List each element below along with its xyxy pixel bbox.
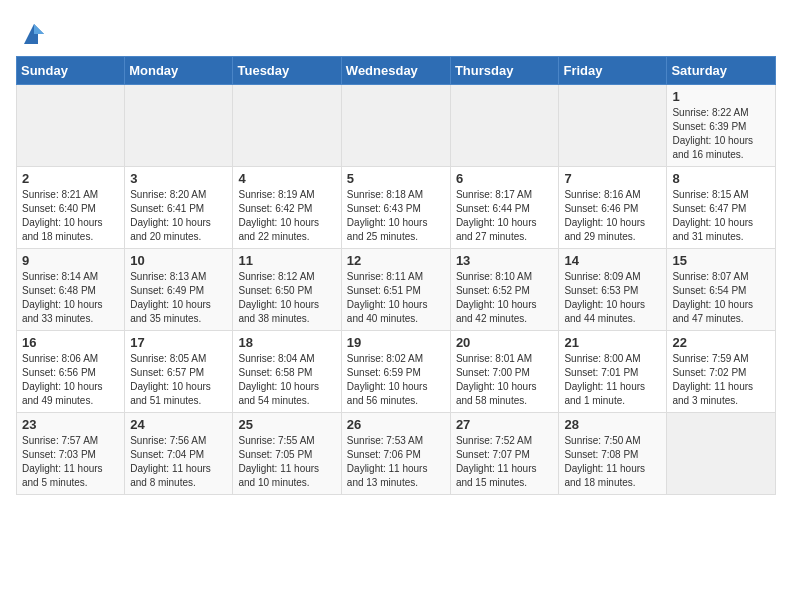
day-info: Sunrise: 8:04 AM Sunset: 6:58 PM Dayligh… xyxy=(238,352,335,408)
day-info: Sunrise: 8:19 AM Sunset: 6:42 PM Dayligh… xyxy=(238,188,335,244)
calendar-cell: 5Sunrise: 8:18 AM Sunset: 6:43 PM Daylig… xyxy=(341,167,450,249)
day-number: 5 xyxy=(347,171,445,186)
calendar-cell: 12Sunrise: 8:11 AM Sunset: 6:51 PM Dayli… xyxy=(341,249,450,331)
weekday-header-monday: Monday xyxy=(125,57,233,85)
day-info: Sunrise: 8:00 AM Sunset: 7:01 PM Dayligh… xyxy=(564,352,661,408)
calendar-cell xyxy=(667,413,776,495)
day-info: Sunrise: 8:18 AM Sunset: 6:43 PM Dayligh… xyxy=(347,188,445,244)
calendar-cell xyxy=(125,85,233,167)
logo-icon xyxy=(20,20,48,48)
calendar-cell: 4Sunrise: 8:19 AM Sunset: 6:42 PM Daylig… xyxy=(233,167,341,249)
weekday-header-row: SundayMondayTuesdayWednesdayThursdayFrid… xyxy=(17,57,776,85)
calendar-cell: 13Sunrise: 8:10 AM Sunset: 6:52 PM Dayli… xyxy=(450,249,559,331)
day-info: Sunrise: 8:15 AM Sunset: 6:47 PM Dayligh… xyxy=(672,188,770,244)
calendar-cell: 22Sunrise: 7:59 AM Sunset: 7:02 PM Dayli… xyxy=(667,331,776,413)
day-info: Sunrise: 8:20 AM Sunset: 6:41 PM Dayligh… xyxy=(130,188,227,244)
weekday-header-saturday: Saturday xyxy=(667,57,776,85)
day-info: Sunrise: 8:12 AM Sunset: 6:50 PM Dayligh… xyxy=(238,270,335,326)
calendar-cell xyxy=(341,85,450,167)
day-info: Sunrise: 8:06 AM Sunset: 6:56 PM Dayligh… xyxy=(22,352,119,408)
day-info: Sunrise: 8:02 AM Sunset: 6:59 PM Dayligh… xyxy=(347,352,445,408)
day-info: Sunrise: 8:07 AM Sunset: 6:54 PM Dayligh… xyxy=(672,270,770,326)
calendar-week-row: 16Sunrise: 8:06 AM Sunset: 6:56 PM Dayli… xyxy=(17,331,776,413)
calendar-week-row: 2Sunrise: 8:21 AM Sunset: 6:40 PM Daylig… xyxy=(17,167,776,249)
day-info: Sunrise: 8:10 AM Sunset: 6:52 PM Dayligh… xyxy=(456,270,554,326)
calendar-cell: 20Sunrise: 8:01 AM Sunset: 7:00 PM Dayli… xyxy=(450,331,559,413)
calendar-table: SundayMondayTuesdayWednesdayThursdayFrid… xyxy=(16,56,776,495)
weekday-header-wednesday: Wednesday xyxy=(341,57,450,85)
calendar-cell xyxy=(233,85,341,167)
day-info: Sunrise: 8:14 AM Sunset: 6:48 PM Dayligh… xyxy=(22,270,119,326)
day-info: Sunrise: 7:56 AM Sunset: 7:04 PM Dayligh… xyxy=(130,434,227,490)
calendar-cell: 16Sunrise: 8:06 AM Sunset: 6:56 PM Dayli… xyxy=(17,331,125,413)
calendar-week-row: 1Sunrise: 8:22 AM Sunset: 6:39 PM Daylig… xyxy=(17,85,776,167)
calendar-cell: 23Sunrise: 7:57 AM Sunset: 7:03 PM Dayli… xyxy=(17,413,125,495)
weekday-header-sunday: Sunday xyxy=(17,57,125,85)
day-number: 9 xyxy=(22,253,119,268)
calendar-cell: 17Sunrise: 8:05 AM Sunset: 6:57 PM Dayli… xyxy=(125,331,233,413)
day-info: Sunrise: 8:09 AM Sunset: 6:53 PM Dayligh… xyxy=(564,270,661,326)
calendar-cell: 6Sunrise: 8:17 AM Sunset: 6:44 PM Daylig… xyxy=(450,167,559,249)
day-number: 23 xyxy=(22,417,119,432)
day-number: 10 xyxy=(130,253,227,268)
day-number: 11 xyxy=(238,253,335,268)
day-number: 13 xyxy=(456,253,554,268)
day-number: 25 xyxy=(238,417,335,432)
calendar-cell: 28Sunrise: 7:50 AM Sunset: 7:08 PM Dayli… xyxy=(559,413,667,495)
calendar-cell: 7Sunrise: 8:16 AM Sunset: 6:46 PM Daylig… xyxy=(559,167,667,249)
day-info: Sunrise: 8:11 AM Sunset: 6:51 PM Dayligh… xyxy=(347,270,445,326)
day-number: 4 xyxy=(238,171,335,186)
day-number: 15 xyxy=(672,253,770,268)
weekday-header-tuesday: Tuesday xyxy=(233,57,341,85)
day-number: 26 xyxy=(347,417,445,432)
day-number: 14 xyxy=(564,253,661,268)
weekday-header-thursday: Thursday xyxy=(450,57,559,85)
day-info: Sunrise: 7:52 AM Sunset: 7:07 PM Dayligh… xyxy=(456,434,554,490)
day-info: Sunrise: 8:21 AM Sunset: 6:40 PM Dayligh… xyxy=(22,188,119,244)
day-number: 20 xyxy=(456,335,554,350)
calendar-cell: 1Sunrise: 8:22 AM Sunset: 6:39 PM Daylig… xyxy=(667,85,776,167)
day-number: 27 xyxy=(456,417,554,432)
calendar-week-row: 9Sunrise: 8:14 AM Sunset: 6:48 PM Daylig… xyxy=(17,249,776,331)
calendar-week-row: 23Sunrise: 7:57 AM Sunset: 7:03 PM Dayli… xyxy=(17,413,776,495)
day-number: 18 xyxy=(238,335,335,350)
calendar-cell: 19Sunrise: 8:02 AM Sunset: 6:59 PM Dayli… xyxy=(341,331,450,413)
logo xyxy=(16,20,48,48)
day-info: Sunrise: 8:17 AM Sunset: 6:44 PM Dayligh… xyxy=(456,188,554,244)
day-number: 7 xyxy=(564,171,661,186)
day-info: Sunrise: 7:59 AM Sunset: 7:02 PM Dayligh… xyxy=(672,352,770,408)
day-info: Sunrise: 8:01 AM Sunset: 7:00 PM Dayligh… xyxy=(456,352,554,408)
calendar-cell: 9Sunrise: 8:14 AM Sunset: 6:48 PM Daylig… xyxy=(17,249,125,331)
calendar-cell xyxy=(17,85,125,167)
day-info: Sunrise: 7:50 AM Sunset: 7:08 PM Dayligh… xyxy=(564,434,661,490)
header xyxy=(16,16,776,48)
calendar-cell: 11Sunrise: 8:12 AM Sunset: 6:50 PM Dayli… xyxy=(233,249,341,331)
day-number: 2 xyxy=(22,171,119,186)
day-number: 8 xyxy=(672,171,770,186)
calendar-cell: 25Sunrise: 7:55 AM Sunset: 7:05 PM Dayli… xyxy=(233,413,341,495)
day-number: 22 xyxy=(672,335,770,350)
calendar-cell xyxy=(559,85,667,167)
calendar-cell: 2Sunrise: 8:21 AM Sunset: 6:40 PM Daylig… xyxy=(17,167,125,249)
day-info: Sunrise: 8:05 AM Sunset: 6:57 PM Dayligh… xyxy=(130,352,227,408)
calendar-cell: 8Sunrise: 8:15 AM Sunset: 6:47 PM Daylig… xyxy=(667,167,776,249)
day-info: Sunrise: 8:16 AM Sunset: 6:46 PM Dayligh… xyxy=(564,188,661,244)
day-number: 1 xyxy=(672,89,770,104)
calendar-cell: 26Sunrise: 7:53 AM Sunset: 7:06 PM Dayli… xyxy=(341,413,450,495)
day-info: Sunrise: 8:22 AM Sunset: 6:39 PM Dayligh… xyxy=(672,106,770,162)
day-number: 17 xyxy=(130,335,227,350)
day-info: Sunrise: 7:55 AM Sunset: 7:05 PM Dayligh… xyxy=(238,434,335,490)
calendar-cell: 3Sunrise: 8:20 AM Sunset: 6:41 PM Daylig… xyxy=(125,167,233,249)
calendar-cell: 27Sunrise: 7:52 AM Sunset: 7:07 PM Dayli… xyxy=(450,413,559,495)
day-number: 28 xyxy=(564,417,661,432)
weekday-header-friday: Friday xyxy=(559,57,667,85)
day-info: Sunrise: 8:13 AM Sunset: 6:49 PM Dayligh… xyxy=(130,270,227,326)
svg-marker-1 xyxy=(34,24,44,34)
day-info: Sunrise: 7:57 AM Sunset: 7:03 PM Dayligh… xyxy=(22,434,119,490)
day-number: 24 xyxy=(130,417,227,432)
day-info: Sunrise: 7:53 AM Sunset: 7:06 PM Dayligh… xyxy=(347,434,445,490)
day-number: 3 xyxy=(130,171,227,186)
day-number: 16 xyxy=(22,335,119,350)
calendar-cell: 10Sunrise: 8:13 AM Sunset: 6:49 PM Dayli… xyxy=(125,249,233,331)
calendar-cell: 18Sunrise: 8:04 AM Sunset: 6:58 PM Dayli… xyxy=(233,331,341,413)
